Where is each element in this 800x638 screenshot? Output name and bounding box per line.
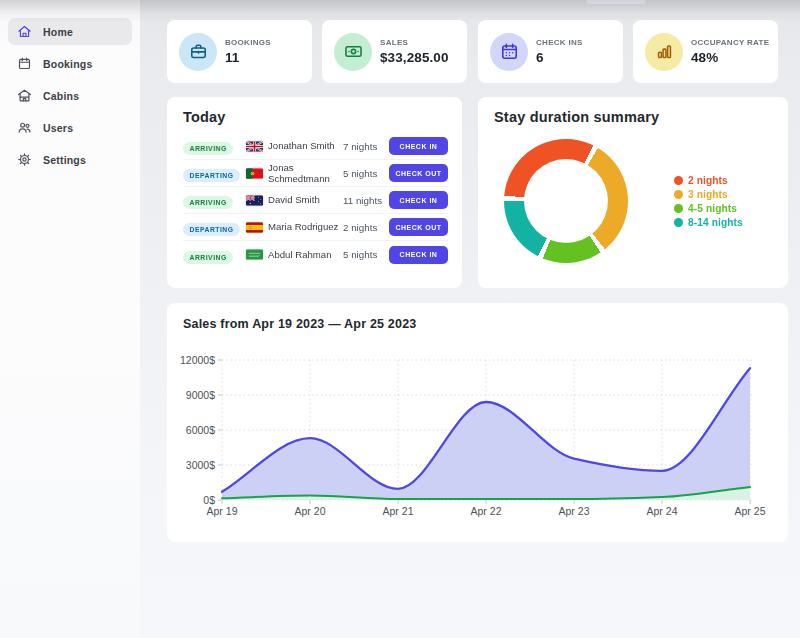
svg-text:Apr 19: Apr 19 (207, 505, 238, 517)
sidebar-item-label: Cabins (43, 90, 79, 102)
stat-value: $33,285.00 (380, 50, 449, 65)
status-tag: DEPARTING (183, 223, 240, 236)
calendar-days-icon (490, 33, 528, 71)
home-icon (17, 24, 32, 39)
legend-item: 8-14 nights (674, 215, 743, 229)
svg-text:0$: 0$ (203, 494, 215, 506)
check-in-button[interactable]: CHECK IN (389, 191, 448, 209)
svg-text:Apr 24: Apr 24 (647, 505, 678, 517)
sidebar-item-users[interactable]: Users (8, 114, 132, 141)
legend-label: 3 nights (688, 189, 728, 200)
chart-legend: 2 nights3 nights4-5 nights8-14 nights (674, 173, 743, 229)
stat-card-bookings: BOOKINGS11 (167, 20, 312, 83)
today-card: Today ARRIVINGJonathan Smith7 nightsCHEC… (167, 97, 462, 288)
check-out-button[interactable]: CHECK OUT (389, 164, 448, 182)
stay-duration-donut-chart (504, 139, 628, 263)
svg-text:12000$: 12000$ (180, 354, 215, 366)
legend-label: 4-5 nights (688, 203, 737, 214)
sidebar-item-label: Home (43, 26, 73, 38)
check-in-button[interactable]: CHECK IN (389, 246, 448, 264)
check-out-button[interactable]: CHECK OUT (389, 218, 448, 236)
status-tag: ARRIVING (183, 196, 233, 209)
legend-label: 8-14 nights (688, 217, 743, 228)
today-row: DEPARTINGMaria Rodriguez2 nightsCHECK OU… (183, 214, 448, 241)
flag-icon-portugal (246, 168, 263, 179)
svg-text:Apr 25: Apr 25 (735, 505, 766, 517)
legend-dot (674, 218, 683, 227)
sidebar-item-label: Bookings (43, 58, 92, 70)
guest-name: Abdul Rahman (268, 249, 343, 261)
stat-label: OCCUPANCY RATE (691, 38, 769, 47)
nights-label: 5 nights (343, 249, 389, 260)
legend-item: 4-5 nights (674, 201, 743, 215)
today-row: ARRIVINGAbdul Rahman5 nightsCHECK IN (183, 241, 448, 268)
legend-dot (674, 176, 683, 185)
svg-text:6000$: 6000$ (186, 424, 215, 436)
briefcase-icon (179, 33, 217, 71)
guest-name: David Smith (268, 194, 343, 206)
guest-name: Jonas Schmedtmann (268, 162, 343, 185)
calendar-icon (17, 56, 32, 71)
flag-icon-saudi (246, 249, 263, 260)
cabin-icon (17, 88, 32, 103)
today-list: ARRIVINGJonathan Smith7 nightsCHECK INDE… (183, 133, 448, 268)
svg-text:Apr 21: Apr 21 (383, 505, 414, 517)
stat-card-sales: SALES$33,285.00 (322, 20, 467, 83)
header-fragment (586, 0, 646, 4)
users-icon (17, 120, 32, 135)
banknotes-icon (334, 33, 372, 71)
stat-value: 6 (536, 50, 583, 65)
stat-value: 11 (225, 50, 271, 65)
today-row: ARRIVINGJonathan Smith7 nightsCHECK IN (183, 133, 448, 160)
nights-label: 2 nights (343, 222, 389, 233)
chart-bar-icon (645, 33, 683, 71)
legend-item: 2 nights (674, 173, 743, 187)
legend-item: 3 nights (674, 187, 743, 201)
sidebar-item-settings[interactable]: Settings (8, 146, 132, 173)
stat-label: CHECK INS (536, 38, 583, 47)
stat-card-occupancy-rate: OCCUPANCY RATE48% (633, 20, 778, 83)
stat-card-check-ins: CHECK INS6 (478, 20, 623, 83)
today-row: DEPARTINGJonas Schmedtmann5 nightsCHECK … (183, 160, 448, 187)
stat-value: 48% (691, 50, 769, 65)
flag-icon-spain (246, 222, 263, 233)
sidebar-nav: HomeBookingsCabinsUsersSettings (0, 0, 140, 173)
status-tag: ARRIVING (183, 251, 233, 264)
today-row: ARRIVINGDavid Smith11 nightsCHECK IN (183, 187, 448, 214)
sidebar-item-label: Settings (43, 154, 86, 166)
guest-name: Jonathan Smith (268, 140, 343, 152)
nights-label: 7 nights (343, 141, 389, 152)
sales-area-chart: 0$3000$6000$9000$12000$Apr 19Apr 20Apr 2… (167, 303, 788, 542)
legend-dot (674, 204, 683, 213)
svg-text:Apr 22: Apr 22 (471, 505, 502, 517)
svg-text:9000$: 9000$ (186, 389, 215, 401)
sidebar-item-bookings[interactable]: Bookings (8, 50, 132, 77)
svg-text:Apr 23: Apr 23 (559, 505, 590, 517)
sidebar-item-label: Users (43, 122, 73, 134)
stat-label: SALES (380, 38, 449, 47)
status-tag: ARRIVING (183, 142, 233, 155)
stay-duration-title: Stay duration summary (494, 109, 774, 125)
flag-icon-uk (246, 141, 263, 152)
today-title: Today (183, 109, 448, 125)
sidebar-item-cabins[interactable]: Cabins (8, 82, 132, 109)
svg-text:Apr 20: Apr 20 (295, 505, 326, 517)
sidebar: HomeBookingsCabinsUsersSettings (0, 0, 140, 638)
page-root: HomeBookingsCabinsUsersSettings BOOKINGS… (0, 0, 800, 638)
sidebar-item-home[interactable]: Home (8, 18, 132, 45)
donut-hole (524, 159, 608, 243)
check-in-button[interactable]: CHECK IN (389, 137, 448, 155)
stay-duration-card: Stay duration summary 2 nights3 nights4-… (478, 97, 788, 288)
nights-label: 11 nights (343, 195, 389, 206)
svg-text:3000$: 3000$ (186, 459, 215, 471)
legend-dot (674, 190, 683, 199)
nights-label: 5 nights (343, 168, 389, 179)
guest-name: Maria Rodriguez (268, 221, 343, 233)
legend-label: 2 nights (688, 175, 728, 186)
flag-icon-australia (246, 195, 263, 206)
sales-chart-card: Sales from Apr 19 2023 — Apr 25 2023 0$3… (167, 303, 788, 542)
gear-icon (17, 152, 32, 167)
stat-label: BOOKINGS (225, 38, 271, 47)
status-tag: DEPARTING (183, 169, 240, 182)
